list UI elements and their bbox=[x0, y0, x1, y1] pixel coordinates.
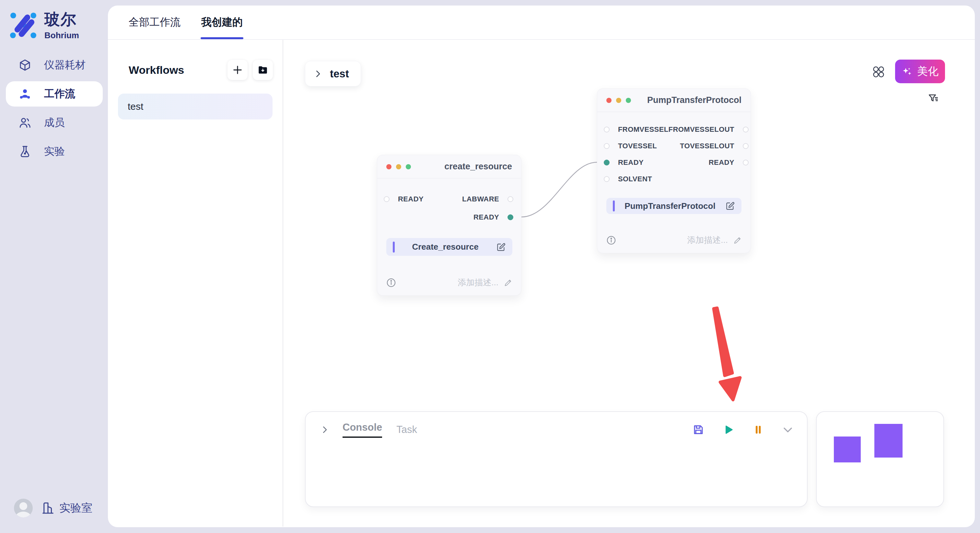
breadcrumb-label: test bbox=[330, 68, 349, 80]
sidebar-item-label: 成员 bbox=[44, 116, 65, 130]
sidebar-item-instruments[interactable]: 仪器耗材 bbox=[6, 52, 103, 78]
traffic-light-dots bbox=[606, 98, 631, 103]
tab-created-by-me[interactable]: 我创建的 bbox=[201, 5, 243, 39]
add-workflow-button[interactable] bbox=[228, 60, 248, 80]
workflow-icon bbox=[18, 87, 32, 101]
sidebar-item-label: 实验 bbox=[44, 144, 65, 159]
workflows-title: Workflows bbox=[129, 64, 184, 76]
port-circle-connected[interactable] bbox=[604, 160, 609, 165]
input-port-ready[interactable]: READY bbox=[597, 154, 668, 171]
minimap[interactable] bbox=[816, 411, 944, 507]
green-dot-icon bbox=[406, 164, 411, 169]
port-circle[interactable] bbox=[743, 143, 749, 149]
info-icon[interactable] bbox=[606, 235, 617, 246]
beautify-button[interactable]: 美化 bbox=[895, 60, 945, 83]
port-row-empty bbox=[377, 208, 423, 226]
apps-grid-icon[interactable] bbox=[872, 66, 885, 78]
run-play-icon[interactable] bbox=[723, 424, 734, 436]
sidebar-item-label: 仪器耗材 bbox=[44, 58, 86, 72]
sidebar-item-label: 工作流 bbox=[44, 87, 75, 101]
sidebar-item-experiments[interactable]: 实验 bbox=[6, 139, 103, 164]
output-port-labware[interactable]: LABWARE bbox=[462, 190, 521, 208]
node-title: create_resource bbox=[444, 162, 512, 171]
node-ports: FROMVESSEL TOVESSEL READY SOLVENT bbox=[597, 121, 751, 187]
yellow-dot-icon bbox=[616, 98, 621, 103]
workflow-tabs: 全部工作流 我创建的 bbox=[108, 5, 975, 40]
input-port-tovessel[interactable]: TOVESSEL bbox=[597, 138, 668, 154]
pause-icon[interactable] bbox=[752, 424, 764, 435]
traffic-light-dots bbox=[386, 164, 411, 169]
red-dot-icon bbox=[606, 98, 611, 103]
node-footer: 添加描述... bbox=[377, 277, 521, 295]
node-action-pill[interactable]: PumpTransferProtocol bbox=[606, 198, 741, 214]
port-circle[interactable] bbox=[604, 127, 609, 132]
yellow-dot-icon bbox=[396, 164, 401, 169]
description-placeholder[interactable]: 添加描述... bbox=[458, 277, 498, 288]
port-circle[interactable] bbox=[384, 196, 390, 202]
port-circle-connected[interactable] bbox=[508, 214, 513, 220]
chevron-right-icon bbox=[313, 69, 323, 79]
red-annotation-arrow bbox=[714, 308, 740, 400]
output-port-tovesselout[interactable]: TOVESSELOUT bbox=[668, 138, 756, 154]
port-circle[interactable] bbox=[508, 196, 513, 202]
node-action-pill[interactable]: Create_resource bbox=[386, 238, 512, 256]
edit-icon[interactable] bbox=[725, 201, 735, 211]
sidebar-nav: 仪器耗材 工作流 成员 bbox=[6, 52, 103, 168]
input-port-solvent[interactable]: SOLVENT bbox=[597, 171, 668, 187]
port-circle[interactable] bbox=[604, 143, 609, 149]
package-icon bbox=[18, 58, 32, 72]
node-footer: 添加描述... bbox=[597, 235, 751, 253]
collapse-chevron-icon[interactable] bbox=[320, 425, 329, 435]
red-dot-icon bbox=[386, 164, 391, 169]
sidebar-item-workflow[interactable]: 工作流 bbox=[6, 81, 103, 106]
console-panel: Console Task bbox=[305, 411, 808, 507]
port-circle[interactable] bbox=[743, 127, 749, 132]
workflow-canvas[interactable]: test 美化 bbox=[283, 40, 975, 527]
main-panel: 全部工作流 我创建的 Workflows bbox=[108, 5, 975, 527]
output-port-ready[interactable]: READY bbox=[668, 154, 756, 171]
node-connection-edge bbox=[522, 162, 597, 217]
node-create-resource[interactable]: create_resource READY LABWARE bbox=[377, 155, 522, 296]
avatar[interactable] bbox=[14, 499, 33, 517]
app-title: 玻尔 bbox=[45, 9, 79, 30]
output-port-ready[interactable]: READY bbox=[462, 208, 521, 226]
node-pump-transfer-protocol[interactable]: PumpTransferProtocol FROMVESSEL TOVESSEL bbox=[597, 89, 751, 253]
pencil-icon[interactable] bbox=[504, 278, 513, 287]
sparkles-icon bbox=[902, 66, 913, 77]
breadcrumb[interactable]: test bbox=[305, 61, 361, 86]
import-folder-button[interactable] bbox=[253, 60, 273, 80]
beautify-label: 美化 bbox=[917, 64, 939, 79]
pencil-icon[interactable] bbox=[733, 236, 742, 245]
bohrium-workflow-app: { "app": { "name": "玻尔", "subtitle": "Bo… bbox=[0, 0, 980, 533]
green-dot-icon bbox=[626, 98, 631, 103]
info-icon[interactable] bbox=[386, 277, 397, 288]
test-tube-icon bbox=[18, 145, 32, 159]
sidebar-footer: 实验室 bbox=[14, 499, 92, 517]
minimap-node-rect bbox=[834, 436, 861, 462]
tab-console[interactable]: Console bbox=[342, 422, 382, 438]
node-header: create_resource bbox=[377, 155, 521, 178]
workflow-list-item[interactable]: test bbox=[118, 94, 272, 119]
workflows-panel: Workflows test bbox=[108, 40, 283, 527]
bohrium-logo-icon bbox=[10, 11, 37, 38]
edit-icon[interactable] bbox=[496, 242, 506, 252]
port-circle[interactable] bbox=[743, 160, 749, 165]
app-logo: 玻尔 Bohrium bbox=[10, 9, 79, 40]
description-placeholder[interactable]: 添加描述... bbox=[687, 235, 728, 246]
org-label: 实验室 bbox=[59, 501, 92, 516]
filter-icon[interactable] bbox=[928, 93, 939, 105]
input-port-fromvessel[interactable]: FROMVESSEL bbox=[597, 121, 668, 138]
org-switcher[interactable]: 实验室 bbox=[41, 501, 92, 516]
tab-all-workflows[interactable]: 全部工作流 bbox=[129, 5, 180, 39]
node-title: PumpTransferProtocol bbox=[647, 95, 741, 105]
app-subtitle: Bohrium bbox=[45, 30, 79, 40]
sidebar-item-members[interactable]: 成员 bbox=[6, 110, 103, 135]
sidebar: 玻尔 Bohrium 仪器耗材 工作流 bbox=[0, 0, 108, 533]
tab-task[interactable]: Task bbox=[396, 424, 417, 436]
members-icon bbox=[18, 116, 32, 130]
save-icon[interactable] bbox=[692, 424, 705, 436]
port-circle[interactable] bbox=[604, 176, 609, 182]
input-port-ready[interactable]: READY bbox=[377, 190, 423, 208]
chevron-down-icon[interactable] bbox=[782, 424, 794, 436]
output-port-fromvesselout[interactable]: FROMVESSELOUT bbox=[668, 121, 756, 138]
